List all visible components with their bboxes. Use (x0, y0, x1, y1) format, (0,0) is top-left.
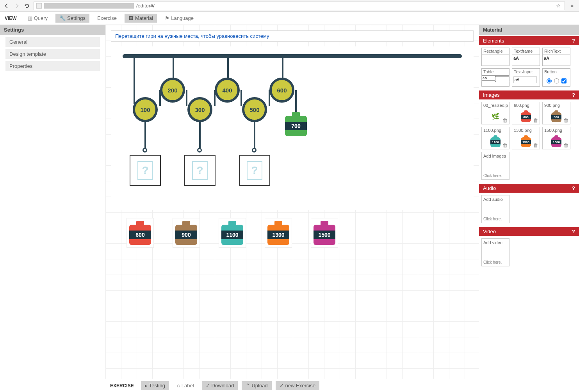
image-item-00-resized[interactable]: 00_resized.p 🌿 🗑 (481, 102, 510, 124)
url-path: /editor#/ (136, 3, 155, 9)
element-rectangle[interactable]: Rectangle (481, 48, 510, 66)
image-item-1500[interactable]: 1500.png 1500 🗑 (542, 127, 570, 149)
url-bar[interactable]: /editor#/ ☆ (34, 2, 565, 10)
pulley-300: 300 (187, 97, 212, 122)
pulley-scene: 200 400 600 100 300 500 (111, 46, 474, 210)
pulley-400: 400 (215, 78, 240, 103)
settings-item-general[interactable]: General (5, 37, 100, 47)
language-button[interactable]: ⚑ Language (161, 14, 198, 23)
hook (197, 148, 202, 153)
left-panel: Settings General Design template Propert… (0, 25, 105, 392)
view-label: VIEW (5, 16, 20, 21)
download-button[interactable]: ✓ Download (202, 381, 238, 390)
radio-icon (554, 78, 559, 83)
audio-help-icon[interactable]: ? (572, 185, 575, 191)
flag-icon: ⚑ (165, 15, 169, 21)
image-item-600[interactable]: 600.png 600 🗑 (512, 102, 540, 124)
dropzone-1[interactable]: ? (130, 155, 161, 186)
rope (241, 90, 242, 106)
weights-row: 600 900 1100 1300 1500 (111, 214, 474, 252)
rope (295, 90, 297, 114)
image-item-1100[interactable]: 1100.png 1100 🗑 (481, 127, 510, 149)
trash-icon[interactable]: 🗑 (533, 117, 538, 123)
weight-600[interactable]: 600 (126, 218, 154, 248)
weight-1100[interactable]: 1100 (219, 218, 246, 248)
add-video-button[interactable]: Add video Click here. (481, 238, 510, 266)
query-button[interactable]: ▥ Query (24, 14, 52, 23)
rope (159, 90, 161, 106)
add-audio-button[interactable]: Add audio Click here. (481, 195, 510, 223)
pulley-100: 100 (133, 97, 158, 122)
exercise-button[interactable]: Exercise (93, 14, 121, 23)
check-icon: ✓ (206, 383, 210, 388)
reload-button[interactable] (23, 2, 30, 9)
pulley-500: 500 (242, 97, 267, 122)
element-textframe[interactable]: Textframe aA (512, 48, 540, 66)
audio-section-header: Audio ? (479, 184, 579, 193)
audio-grid: Add audio Click here. (479, 193, 579, 225)
weight-900[interactable]: 900 (173, 218, 200, 248)
trash-icon[interactable]: 🗑 (502, 142, 508, 148)
folder-icon: ▥ (28, 15, 32, 21)
browser-chrome: /editor#/ ☆ ≡ (0, 0, 579, 12)
fixed-weight-700: 700 (285, 112, 307, 136)
settings-item-properties[interactable]: Properties (5, 61, 100, 71)
radio-icon (547, 78, 552, 83)
center-panel: Перетащите гири на нужные места, чтобы у… (105, 25, 479, 392)
trash-icon[interactable]: 🗑 (563, 142, 568, 148)
back-button[interactable] (3, 2, 10, 9)
dropzone-3[interactable]: ? (239, 155, 270, 186)
forward-button[interactable] (13, 2, 20, 9)
element-table[interactable]: Table aA (481, 68, 510, 87)
add-images-button[interactable]: Add images Click here. (481, 152, 510, 180)
trash-icon[interactable]: 🗑 (533, 142, 538, 148)
rope (269, 90, 270, 106)
image-icon: 🖼 (128, 15, 134, 21)
element-text-input[interactable]: Text-Input (512, 68, 540, 87)
new-exercise-button[interactable]: ✓ new Exercise (276, 381, 319, 390)
trash-icon[interactable]: 🗑 (502, 117, 508, 123)
element-richtext[interactable]: RichText aA (542, 48, 570, 66)
images-grid: 00_resized.p 🌿 🗑 600.png 600 🗑 900.png 9… (479, 99, 579, 182)
weight-1500[interactable]: 1500 (311, 218, 338, 248)
trash-icon[interactable]: 🗑 (563, 117, 568, 123)
play-icon: ▸ (145, 383, 148, 388)
hook (143, 148, 147, 153)
settings-header: Settings (0, 25, 105, 35)
top-toolbar: VIEW ▥ Query 🔧 Settings Exercise 🖼 Mater… (0, 12, 579, 25)
pulley-200: 200 (160, 78, 185, 103)
settings-item-design-template[interactable]: Design template (5, 49, 100, 59)
images-section-header: Images ? (479, 90, 579, 99)
image-item-1300[interactable]: 1300.png 1300 🗑 (512, 127, 540, 149)
main-layout: Settings General Design template Propert… (0, 25, 579, 392)
image-item-900[interactable]: 900.png 900 🗑 (542, 102, 570, 124)
page-icon (36, 3, 42, 9)
wrench-icon: 🔧 (59, 15, 66, 21)
material-button[interactable]: 🖼 Material (125, 14, 157, 23)
testing-button[interactable]: ▸ Testing (141, 381, 169, 390)
elements-help-icon[interactable]: ? (572, 38, 575, 44)
bottom-toolbar: EXERCISE ▸ Testing ⌂ Label ✓ Download ⌃ … (105, 379, 479, 392)
video-help-icon[interactable]: ? (572, 229, 575, 234)
element-button[interactable]: Button (542, 68, 570, 87)
label-button[interactable]: ⌂ Label (173, 381, 198, 390)
rope (254, 122, 255, 149)
video-grid: Add video Click here. (479, 236, 579, 269)
url-domain-redacted (44, 3, 134, 9)
dropzone-2[interactable]: ? (184, 155, 216, 186)
canvas-area[interactable]: Перетащите гири на нужные места, чтобы у… (105, 25, 479, 379)
elements-section-header: Elements ? (479, 36, 579, 45)
settings-button[interactable]: 🔧 Settings (55, 14, 89, 23)
weight-1300[interactable]: 1300 (265, 218, 292, 248)
checkbox-icon (561, 78, 567, 83)
material-header: Material (479, 25, 579, 35)
rope (186, 90, 187, 106)
upload-button[interactable]: ⌃ Upload (242, 381, 271, 390)
rope (144, 122, 146, 149)
video-section-header: Video ? (479, 227, 579, 236)
images-help-icon[interactable]: ? (572, 92, 575, 98)
bookmark-star-icon[interactable]: ☆ (554, 2, 562, 10)
browser-menu-icon[interactable]: ≡ (568, 2, 576, 10)
rope (134, 57, 135, 104)
rope (214, 90, 216, 106)
